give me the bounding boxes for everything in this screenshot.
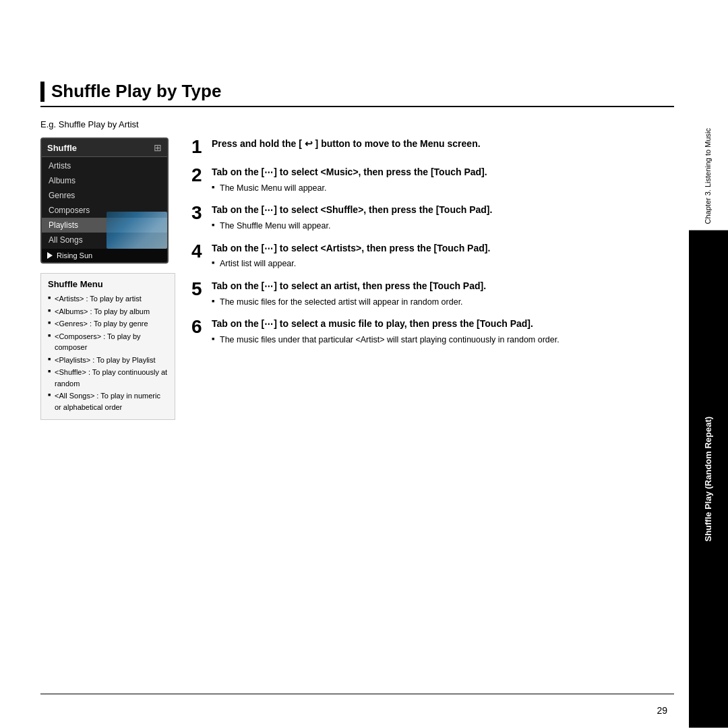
- shuffle-menu-item-allsongs: <All Songs> : To play in numeric or alph…: [48, 390, 168, 413]
- step-1: 1 Press and hold the [ ↩ ] button to mov…: [191, 138, 674, 156]
- step-2-content: Tab on the [⋯] to select <Music>, then p…: [212, 166, 674, 194]
- shuffle-menu-title: Shuffle Menu: [48, 279, 168, 289]
- step-4-content: Tab on the [⋯] to select <Artists>, then…: [212, 242, 674, 270]
- sidebar-title: Shuffle Play (Random Repeat): [689, 231, 728, 728]
- left-column: Shuffle ⊞ Artists Albums Genres Composer…: [40, 138, 175, 420]
- step-5-number: 5: [191, 280, 206, 299]
- screen-header-text: Shuffle: [47, 143, 77, 153]
- step-4-main: Tab on the [⋯] to select <Artists>, then…: [212, 242, 674, 255]
- shuffle-menu-box: Shuffle Menu <Artists> : To play by arti…: [40, 273, 175, 420]
- right-sidebar: Chapter 3. Listening to Music Shuffle Pl…: [689, 0, 728, 728]
- shuffle-menu-item-composers: <Composers> : To play by composer: [48, 331, 168, 353]
- menu-item-artists: Artists: [42, 158, 167, 173]
- shuffle-menu-item-genres: <Genres> : To play by genre: [48, 318, 168, 330]
- play-icon: [47, 252, 53, 259]
- menu-item-allsongs: All Songs: [42, 233, 167, 247]
- step-4-note: Artist list will appear.: [212, 257, 674, 270]
- shuffle-menu-item-playlists: <Playlists> : To play by Playlist: [48, 355, 168, 366]
- example-text: E.g. Shuffle Play by Artist: [40, 119, 674, 129]
- step-2-main: Tab on the [⋯] to select <Music>, then p…: [212, 166, 674, 179]
- step-5-main: Tab on the [⋯] to select an artist, then…: [212, 280, 674, 293]
- now-playing-text: Rising Sun: [57, 251, 92, 260]
- shuffle-menu-item-albums: <Albums> : To play by album: [48, 306, 168, 317]
- step-6-main: Tab on the [⋯] to select a music file to…: [212, 317, 674, 331]
- two-column-layout: Shuffle ⊞ Artists Albums Genres Composer…: [40, 138, 674, 420]
- page-number: 29: [657, 705, 667, 716]
- step-5-note: The music files for the selected artist …: [212, 296, 674, 309]
- shuffle-menu-list: <Artists> : To play by artist <Albums> :…: [48, 293, 168, 413]
- step-6-content: Tab on the [⋯] to select a music file to…: [212, 317, 674, 346]
- step-4: 4 Tab on the [⋯] to select <Artists>, th…: [191, 242, 674, 270]
- step-1-content: Press and hold the [ ↩ ] button to move …: [212, 138, 674, 154]
- shuffle-menu-item-shuffle: <Shuffle> : To play continuously at rand…: [48, 367, 168, 389]
- chapter-label: Chapter 3. Listening to Music: [699, 121, 717, 231]
- right-column: 1 Press and hold the [ ↩ ] button to mov…: [191, 138, 674, 420]
- step-6-note: The music files under that particular <A…: [212, 334, 674, 346]
- step-5: 5 Tab on the [⋯] to select an artist, th…: [191, 280, 674, 308]
- menu-item-genres: Genres: [42, 188, 167, 203]
- screen-body: Artists Albums Genres Composers Playlist…: [42, 157, 167, 249]
- step-3-main: Tab on the [⋯] to select <Shuffle>, then…: [212, 204, 674, 217]
- screen-icon: ⊞: [154, 142, 162, 153]
- menu-item-albums: Albums: [42, 173, 167, 188]
- screen-header: Shuffle ⊞: [42, 139, 167, 157]
- step-1-number: 1: [191, 138, 206, 156]
- step-2-note: The Music Menu will appear.: [212, 182, 674, 195]
- shuffle-menu-item-artists: <Artists> : To play by artist: [48, 293, 168, 305]
- title-text: Shuffle Play by Type: [51, 81, 221, 102]
- step-2-number: 2: [191, 166, 206, 185]
- step-3-note: The Shuffle Menu will appear.: [212, 220, 674, 233]
- main-content: Shuffle Play by Type E.g. Shuffle Play b…: [40, 81, 674, 701]
- now-playing-bar: Rising Sun: [42, 249, 167, 262]
- step-5-content: Tab on the [⋯] to select an artist, then…: [212, 280, 674, 308]
- page-title-section: Shuffle Play by Type: [40, 81, 674, 107]
- step-2: 2 Tab on the [⋯] to select <Music>, then…: [191, 166, 674, 194]
- title-bar-accent: [40, 82, 44, 102]
- step-4-number: 4: [191, 242, 206, 261]
- step-3-content: Tab on the [⋯] to select <Shuffle>, then…: [212, 204, 674, 232]
- bottom-divider: [40, 694, 674, 694]
- step-3-number: 3: [191, 204, 206, 222]
- step-6: 6 Tab on the [⋯] to select a music file …: [191, 317, 674, 346]
- step-3: 3 Tab on the [⋯] to select <Shuffle>, th…: [191, 204, 674, 232]
- page-title: Shuffle Play by Type: [40, 81, 674, 102]
- device-screen: Shuffle ⊞ Artists Albums Genres Composer…: [40, 138, 169, 264]
- step-6-number: 6: [191, 317, 206, 336]
- menu-items: Artists Albums Genres Composers Playlist…: [42, 157, 167, 249]
- step-1-main: Press and hold the [ ↩ ] button to move …: [212, 138, 674, 151]
